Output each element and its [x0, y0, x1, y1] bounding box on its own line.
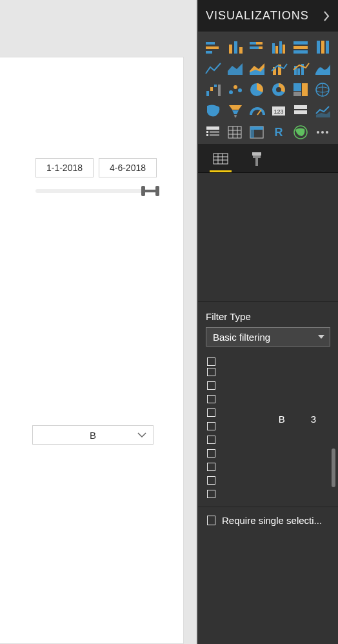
- filter-value-checkbox[interactable]: [207, 449, 215, 458]
- donut-icon[interactable]: [269, 80, 288, 99]
- stacked-column-icon[interactable]: [225, 37, 244, 56]
- filter-value-item[interactable]: [198, 474, 338, 487]
- require-single-label: Require single selecti...: [222, 515, 322, 526]
- svg-rect-57: [210, 134, 219, 136]
- stacked-bar-icon[interactable]: [203, 37, 223, 56]
- filter-value-item[interactable]: [198, 379, 338, 392]
- svg-rect-55: [206, 134, 208, 136]
- svg-point-34: [238, 88, 242, 92]
- gauge-icon[interactable]: [247, 101, 266, 120]
- filter-value-item[interactable]: [198, 487, 338, 501]
- pane-title: VISUALIZATIONS: [206, 9, 309, 23]
- svg-rect-4: [234, 41, 237, 54]
- slider-handle-icon[interactable]: [141, 185, 159, 197]
- svg-rect-65: [250, 126, 254, 138]
- map-icon[interactable]: [313, 80, 332, 99]
- waterfall-icon[interactable]: [203, 80, 223, 99]
- filter-value-item[interactable]: [198, 352, 338, 365]
- filter-value-checkbox[interactable]: [207, 357, 215, 366]
- dropdown-caret-icon: [318, 335, 324, 339]
- scrollbar-thumb[interactable]: [332, 448, 335, 487]
- filter-value-item[interactable]: [198, 392, 338, 406]
- table-icon[interactable]: [225, 123, 244, 141]
- r-visual-icon[interactable]: R: [269, 123, 288, 141]
- svg-rect-5: [239, 47, 243, 54]
- more-visuals-icon[interactable]: [313, 123, 332, 141]
- filter-value-checkbox[interactable]: [207, 490, 215, 498]
- date-start-input[interactable]: 1-1-2018: [35, 158, 94, 177]
- svg-rect-26: [297, 68, 300, 75]
- filter-value-item[interactable]: [198, 447, 338, 460]
- multi-row-card-icon[interactable]: [291, 101, 310, 120]
- svg-rect-38: [293, 83, 301, 91]
- area-chart-icon[interactable]: [225, 59, 244, 77]
- filter-value-checkbox[interactable]: [207, 381, 215, 390]
- filter-value-item[interactable]: [198, 365, 338, 379]
- svg-rect-28: [206, 91, 209, 96]
- filter-value-item[interactable]: [198, 406, 338, 419]
- svg-line-47: [257, 110, 261, 115]
- filter-value-item[interactable]: [198, 433, 338, 447]
- svg-rect-77: [253, 156, 261, 158]
- svg-marker-46: [234, 115, 237, 117]
- filter-value-item[interactable]: [198, 460, 338, 474]
- matrix-icon[interactable]: [247, 123, 266, 141]
- date-slicer-visual[interactable]: 1-1-2018 4-6-2018: [35, 158, 157, 197]
- date-slicer-slider[interactable]: [35, 185, 157, 197]
- pane-spacer: [198, 534, 338, 644]
- filter-type-label: Filter Type: [206, 311, 330, 322]
- slicer-icon[interactable]: [203, 123, 223, 141]
- line-clustered-column-icon[interactable]: [291, 59, 310, 77]
- pane-header: VISUALIZATIONS: [198, 0, 338, 32]
- svg-rect-18: [321, 41, 324, 54]
- require-single-checkbox[interactable]: [207, 516, 215, 525]
- filter-value-checkbox[interactable]: [207, 436, 215, 444]
- card-icon[interactable]: 123: [269, 101, 288, 120]
- funnel-icon[interactable]: [225, 101, 244, 120]
- fields-tab[interactable]: [210, 146, 232, 172]
- filter-value-item[interactable]: [198, 419, 338, 433]
- hundred-stacked-column-icon[interactable]: [313, 37, 332, 56]
- svg-rect-7: [256, 42, 263, 45]
- clustered-column-icon[interactable]: [269, 37, 288, 56]
- filter-value-checkbox[interactable]: [207, 463, 215, 471]
- date-end-input[interactable]: 4-6-2018: [99, 158, 157, 177]
- filter-type-value: Basic filtering: [213, 332, 270, 343]
- svg-rect-12: [279, 41, 282, 54]
- filter-value-checkbox[interactable]: [207, 368, 215, 376]
- svg-rect-0: [206, 42, 215, 45]
- format-tab[interactable]: [246, 146, 268, 172]
- svg-rect-29: [210, 87, 213, 91]
- svg-rect-10: [272, 43, 275, 54]
- clustered-bar-icon[interactable]: [247, 37, 266, 56]
- hundred-stacked-bar-icon[interactable]: [291, 37, 310, 56]
- filter-value-checkbox[interactable]: [207, 422, 215, 430]
- line-chart-icon[interactable]: [203, 59, 223, 77]
- pie-icon[interactable]: [247, 80, 266, 99]
- treemap-icon[interactable]: [291, 80, 310, 99]
- arcgis-icon[interactable]: [291, 123, 310, 141]
- svg-rect-8: [250, 46, 259, 49]
- stacked-area-icon[interactable]: [247, 59, 266, 77]
- filled-map-icon[interactable]: [203, 101, 223, 120]
- kpi-icon[interactable]: [313, 101, 332, 120]
- filter-value-checkbox[interactable]: [207, 476, 215, 485]
- ribbon-chart-icon[interactable]: [313, 59, 332, 77]
- filter-value-checkbox[interactable]: [207, 408, 215, 417]
- dropdown-slicer-value: B: [90, 430, 96, 441]
- field-wells-area[interactable]: [198, 173, 338, 302]
- svg-rect-30: [214, 85, 217, 87]
- line-stacked-column-icon[interactable]: [269, 59, 288, 77]
- expand-pane-icon[interactable]: [323, 10, 330, 23]
- report-page[interactable]: 1-1-2018 4-6-2018 B: [0, 57, 184, 644]
- svg-point-69: [321, 131, 324, 134]
- svg-rect-17: [317, 41, 320, 54]
- svg-point-37: [276, 87, 281, 92]
- svg-rect-2: [206, 51, 212, 54]
- filter-type-select[interactable]: Basic filtering: [206, 327, 330, 347]
- dropdown-slicer-visual[interactable]: B: [32, 425, 154, 445]
- filter-values-list[interactable]: B 3: [198, 352, 338, 507]
- require-single-selection-row[interactable]: Require single selecti...: [198, 507, 338, 534]
- filter-value-checkbox[interactable]: [207, 395, 215, 403]
- scatter-icon[interactable]: [225, 80, 244, 99]
